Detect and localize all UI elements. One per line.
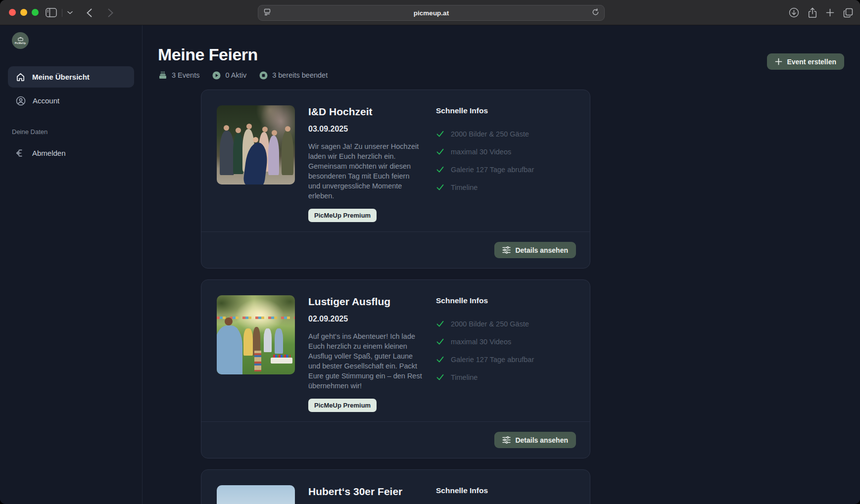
sidebar-item-overview[interactable]: Meine Übersicht <box>8 66 134 88</box>
create-event-button[interactable]: Event erstellen <box>767 53 844 70</box>
check-icon <box>436 165 444 174</box>
details-button-label: Details ansehen <box>515 246 568 254</box>
camera-icon <box>18 37 23 41</box>
info-item: Galerie 127 Tage abrufbar <box>436 165 574 174</box>
premium-badge: PicMeUp Premium <box>308 209 377 222</box>
home-icon <box>16 72 25 82</box>
check-icon <box>436 147 444 156</box>
check-icon <box>436 337 444 346</box>
event-photo-outing <box>217 295 295 374</box>
check-icon <box>436 183 444 191</box>
sidebar-section-label: Deine Daten <box>12 128 134 136</box>
url-text: picmeup.at <box>414 9 449 17</box>
stat-label: 0 Aktiv <box>225 71 246 79</box>
toolbar-separator <box>62 9 62 17</box>
stat-events: 3 Events <box>158 71 199 80</box>
share-icon[interactable] <box>808 7 817 18</box>
address-bar[interactable]: picmeup.at <box>258 5 605 21</box>
event-card: Hubert‘s 30er Feier 02.09.2025 Schnelle … <box>201 469 590 504</box>
event-date: 03.09.2025 <box>308 125 423 134</box>
plus-icon <box>775 58 782 65</box>
info-item: Galerie 127 Tage abrufbar <box>436 355 574 364</box>
check-icon <box>436 130 444 138</box>
browser-window: picmeup.at <box>0 0 860 504</box>
window-controls <box>9 9 39 16</box>
person-icon <box>16 96 26 106</box>
event-description: Wir sagen Ja! Zu unserer Hochzeit laden … <box>308 141 423 201</box>
page-title: Meine Feiern <box>158 45 258 64</box>
sidebar-item-account[interactable]: Account <box>8 90 134 111</box>
page-settings-icon[interactable] <box>263 8 271 18</box>
event-description: Auf geht‘s ins Abenteuer! Ich lade Euch … <box>308 331 423 391</box>
app-logo[interactable]: PicMeUp <box>12 32 29 49</box>
back-button-icon[interactable] <box>87 8 92 17</box>
info-item: Timeline <box>436 373 574 381</box>
sidebar-toggle-icon[interactable] <box>46 8 57 17</box>
event-card: I&D Hochzeit 03.09.2025 Wir sagen Ja! Zu… <box>201 90 590 269</box>
event-card-list: I&D Hochzeit 03.09.2025 Wir sagen Ja! Zu… <box>201 90 590 504</box>
event-date: 02.09.2025 <box>308 315 423 323</box>
event-title: Lustiger Ausflug <box>308 295 423 308</box>
main-content: Meine Feiern 3 Events <box>143 25 860 504</box>
logo-text: PicMeUp <box>15 42 26 45</box>
details-button[interactable]: Details ansehen <box>494 242 576 258</box>
event-photo-wedding <box>217 105 295 184</box>
info-item: maximal 30 Videos <box>436 337 574 346</box>
stat-active: 0 Aktiv <box>212 71 246 80</box>
info-item: 2000 Bilder & 250 Gäste <box>436 320 574 328</box>
sidebar-item-logout[interactable]: Abmelden <box>8 142 134 164</box>
stat-label: 3 bereits beendet <box>272 71 328 79</box>
logout-icon <box>16 148 25 158</box>
check-icon <box>436 320 444 328</box>
sliders-icon <box>502 246 511 254</box>
event-title: I&D Hochzeit <box>308 105 423 118</box>
stat-ended: 3 bereits beendet <box>259 71 328 80</box>
close-window-button[interactable] <box>9 9 16 16</box>
zoom-window-button[interactable] <box>32 9 39 16</box>
event-card: Lustiger Ausflug 02.09.2025 Auf geht‘s i… <box>201 279 590 458</box>
downloads-icon[interactable] <box>789 7 799 18</box>
quick-infos-title: Schnelle Infos <box>436 106 574 115</box>
event-photo-meadow <box>217 485 295 504</box>
stop-circle-icon <box>259 71 268 80</box>
quick-infos-title: Schnelle Infos <box>436 486 574 495</box>
details-button[interactable]: Details ansehen <box>494 432 576 448</box>
new-tab-icon[interactable] <box>826 8 834 17</box>
quick-infos-list: 2000 Bilder & 250 Gäste maximal 30 Video… <box>436 320 574 381</box>
forward-button-icon[interactable] <box>108 8 113 17</box>
chevron-down-icon[interactable] <box>67 11 73 14</box>
sidebar-item-label: Account <box>33 96 59 105</box>
create-event-label: Event erstellen <box>787 58 836 66</box>
stat-label: 3 Events <box>172 71 199 79</box>
sliders-icon <box>502 436 511 444</box>
browser-toolbar: picmeup.at <box>0 0 860 25</box>
tab-overview-icon[interactable] <box>843 8 853 18</box>
quick-infos-list: 2000 Bilder & 250 Gäste maximal 30 Video… <box>436 130 574 191</box>
event-stats: 3 Events 0 Aktiv <box>158 71 328 80</box>
cake-icon <box>158 71 167 80</box>
premium-badge: PicMeUp Premium <box>308 399 377 412</box>
event-title: Hubert‘s 30er Feier <box>308 485 423 498</box>
reload-icon[interactable] <box>592 8 599 18</box>
quick-infos-title: Schnelle Infos <box>436 296 574 305</box>
info-item: 2000 Bilder & 250 Gäste <box>436 130 574 138</box>
sidebar-item-label: Meine Übersicht <box>32 73 90 81</box>
sidebar: PicMeUp Meine Übersicht <box>0 25 143 504</box>
logout-label: Abmelden <box>32 149 66 157</box>
details-button-label: Details ansehen <box>515 436 568 444</box>
info-item: maximal 30 Videos <box>436 147 574 156</box>
play-circle-icon <box>212 71 221 80</box>
minimize-window-button[interactable] <box>20 9 27 16</box>
check-icon <box>436 355 444 364</box>
check-icon <box>436 373 444 381</box>
info-item: Timeline <box>436 183 574 191</box>
